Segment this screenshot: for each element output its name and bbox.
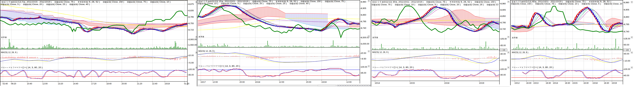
svg-text:( Close, 5 ): ( Close, 5 )	[229, 2, 240, 5]
svg-text:, 2011/10/15 - 2011/10/19 ): , 2011/10/15 - 2011/10/19 )	[26, 1, 52, 3]
svg-text:1,550.00: 1,550.00	[188, 44, 197, 46]
svg-text:8,740: 8,740	[500, 28, 506, 30]
svg-text:MACD( 12, 26, 9 ): MACD( 12, 26, 9 )	[198, 50, 215, 52]
svg-text:16:30: 16:30	[604, 82, 609, 84]
svg-text:( Close, 40 ): ( Close, 40 )	[77, 3, 90, 5]
svg-text:40.00: 40.00	[624, 74, 629, 77]
svg-text:14:40: 14:40	[73, 83, 78, 85]
svg-text:( Close, 10 ): ( Close, 10 )	[158, 1, 170, 3]
svg-text:( Close, 75 ): ( Close, 75 )	[543, 3, 556, 5]
svg-text:( Close, 20: ( Close, 20	[612, 3, 622, 5]
svg-text:2: 2	[378, 1, 379, 3]
svg-text:40.00: 40.00	[500, 74, 506, 76]
svg-text:5: 5	[520, 0, 520, 3]
svg-text:20:00: 20:00	[306, 81, 311, 83]
svg-text:16:30: 16:30	[526, 82, 531, 84]
svg-text:11/12( 5: 11/12( 5	[15, 1, 24, 3]
svg-text:100.00: 100.00	[188, 68, 195, 71]
svg-text:( Close, 5 ): ( Close, 5 )	[8, 3, 20, 5]
svg-text:09:20: 09:20	[11, 83, 16, 85]
svg-text:21:20: 21:20	[137, 83, 142, 85]
svg-text:× 100: × 100	[501, 49, 506, 51]
svg-text:, 2011/10/11 - 2011/10/19 ): , 2011/10/11 - 2011/10/19 )	[397, 1, 423, 3]
svg-text:( Close, 40 ): ( Close, 40 )	[297, 2, 310, 5]
svg-text:8,850: 8,850	[624, 16, 629, 18]
svg-text:100.00: 100.00	[361, 66, 367, 68]
svg-text:5: 5	[9, 1, 10, 3]
svg-text:( 14, 3, 80, 20 ): ( 14, 3, 80, 20 )	[26, 66, 42, 69]
svg-text:MACD( 12, 26, 9 ): MACD( 12, 26, 9 )	[512, 51, 528, 54]
svg-text:11/12( 15: 11/12( 15	[212, 0, 222, 2]
svg-text:100.00: 100.00	[500, 68, 507, 70]
svg-text:( Close, 10 ): ( Close, 10 )	[206, 2, 218, 5]
svg-text:( Close, 75 ): ( Close, 75 )	[574, 0, 586, 3]
svg-text:( Close, 20 ): ( Close, 20 )	[31, 3, 43, 5]
svg-text:11/12( 60: 11/12( 60	[525, 0, 535, 3]
svg-text:3,000.00: 3,000.00	[361, 43, 369, 45]
svg-text:10/15: 10/15	[410, 82, 415, 84]
svg-text:17:20: 17:20	[91, 83, 96, 85]
svg-text:12:00: 12:00	[346, 81, 352, 83]
svg-text:( 9, 26, 52 ): ( 9, 26, 52 )	[459, 1, 472, 3]
svg-text:× 100: × 100	[624, 49, 629, 51]
svg-text:20:00: 20:00	[240, 81, 245, 83]
svg-text:( Close, 75 ): ( Close, 75 )	[379, 3, 392, 6]
svg-text:MACD( 12, 26, 9 ): MACD( 12, 26, 9 )	[1, 51, 18, 54]
svg-text:8,960: 8,960	[624, 1, 629, 4]
svg-text:10/19: 10/19	[164, 83, 170, 85]
svg-text:8,795: 8,795	[624, 23, 629, 25]
svg-text:8,715: 8,715	[188, 29, 194, 31]
svg-text:13:20: 13:20	[58, 83, 63, 85]
svg-text:100.00: 100.00	[624, 68, 630, 70]
svg-text:2: 2	[202, 0, 204, 2]
svg-text:20:00: 20:00	[122, 83, 127, 85]
svg-text:16:30: 16:30	[584, 82, 588, 84]
svg-text:( Close, 20 ): ( Close, 20 )	[251, 2, 264, 5]
svg-text:10/14: 10/14	[553, 82, 558, 84]
svg-text:( Close, 20 ): ( Close, 20 )	[448, 3, 460, 6]
svg-text:8,960: 8,960	[361, 1, 366, 3]
svg-text:( Close, 150 ): ( Close, 150 )	[308, 0, 322, 2]
svg-text:10/18: 10/18	[255, 81, 260, 83]
svg-text:10/18: 10/18	[592, 82, 598, 84]
svg-text:105.00: 105.00	[500, 38, 507, 40]
svg-text:12:00: 12:00	[42, 83, 48, 85]
svg-text:( Close, 150 ): ( Close, 150 )	[519, 3, 532, 5]
svg-text:10/13: 10/13	[533, 82, 538, 84]
svg-text:( Close, 75 ): ( Close, 75 )	[434, 1, 446, 3]
svg-text:35.00: 35.00	[361, 72, 366, 74]
svg-text:10.00: 10.00	[188, 54, 194, 57]
svg-text:MACD( 12, 26, 9 ): MACD( 12, 26, 9 )	[372, 51, 389, 53]
svg-text:( Close, 75 ): ( Close, 75 )	[62, 1, 75, 3]
svg-text:( Close, 25 ): ( Close, 25 )	[471, 3, 484, 6]
svg-text:( 14, 3, 80, 20 ): ( 14, 3, 80, 20 )	[537, 66, 554, 69]
svg-text:2: 2	[516, 0, 517, 3]
svg-text:35.00: 35.00	[188, 74, 194, 76]
svg-text:-5.00: -5.00	[188, 62, 194, 64]
svg-text:16:30: 16:30	[565, 82, 570, 84]
svg-text:( 9, 26, 52 ): ( 9, 26, 52 )	[285, 0, 298, 2]
svg-text:8,850: 8,850	[361, 14, 366, 16]
svg-text:3,900.00: 3,900.00	[188, 38, 197, 41]
svg-text:10/14: 10/14	[375, 82, 380, 84]
svg-text:20.50: 20.50	[361, 52, 366, 54]
svg-text:50.00: 50.00	[624, 44, 629, 46]
svg-text:22:40: 22:40	[152, 83, 157, 85]
svg-text:8,850: 8,850	[500, 15, 506, 17]
svg-text:( 14, 3, 80, 20 ): ( 14, 3, 80, 20 )	[398, 66, 414, 69]
svg-text:, 2011/10/11 - 2011/10/19 ): , 2011/10/11 - 2011/10/19 )	[223, 0, 250, 2]
svg-text:8,740: 8,740	[624, 30, 629, 33]
svg-text:( Close, 25 ): ( Close, 25 )	[274, 2, 287, 5]
svg-text:8,795: 8,795	[188, 16, 194, 18]
svg-text:( Close, 5 ): ( Close, 5 )	[426, 3, 438, 6]
svg-text:12:00: 12:00	[212, 81, 218, 83]
svg-text:10/17: 10/17	[200, 81, 206, 83]
svg-text:( Close, 75 ): ( Close, 75 )	[135, 1, 147, 3]
svg-text:8,740: 8,740	[361, 27, 366, 29]
svg-text:-8.50: -8.50	[361, 58, 366, 60]
svg-text:5: 5	[206, 0, 207, 2]
svg-text:30.00: 30.00	[500, 53, 506, 55]
svg-text:10/12: 10/12	[514, 82, 520, 84]
svg-text:( 9, 26, 52 ): ( 9, 26, 52 )	[598, 0, 611, 3]
svg-text:10/19: 10/19	[321, 81, 326, 83]
